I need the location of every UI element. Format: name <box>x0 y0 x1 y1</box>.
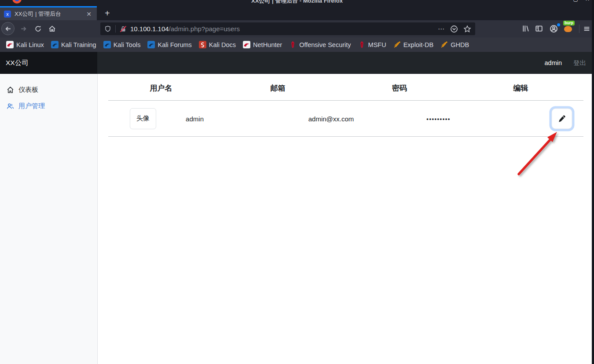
home-icon <box>48 25 56 33</box>
app-body: 仪表板 用户管理 用户名 邮箱 密码 编辑 头像 admin <box>0 74 594 364</box>
column-header-username: 用户名 <box>150 83 172 93</box>
app-brand[interactable]: XX公司 <box>0 52 97 74</box>
column-header-email: 邮箱 <box>271 83 286 93</box>
bookmark-label: Kali Linux <box>16 41 44 48</box>
sidebar-toggle-icon <box>535 25 543 33</box>
bookmark-label: MSFU <box>368 41 386 48</box>
bookmarks-bar: Kali Linux Kali Training Kali Tools Kali… <box>0 37 594 52</box>
offsec-icon <box>289 41 297 48</box>
page-actions-icon[interactable]: ⋯ <box>438 25 445 33</box>
users-table: 用户名 邮箱 密码 编辑 头像 admin admin@xx.com •••••… <box>108 76 583 137</box>
url-path: /admin.php?page=users <box>169 25 240 33</box>
library-icon <box>522 25 530 33</box>
avatar-button[interactable]: 头像 <box>130 108 156 129</box>
pocket-icon[interactable] <box>450 25 458 33</box>
annotation-arrow <box>513 128 562 179</box>
sidebar-item-users[interactable]: 用户管理 <box>0 98 97 114</box>
forward-arrow-icon <box>20 25 27 33</box>
offsec-icon <box>358 41 366 48</box>
back-arrow-icon <box>4 25 12 33</box>
foxyproxy-burp-badge: burp <box>563 21 575 25</box>
tab-title: XX公司 | 管理后台 <box>15 10 81 18</box>
tab-bar: x XX公司 | 管理后台 ✕ + <box>0 6 594 20</box>
window-maximize-button[interactable]: ▢ <box>573 0 578 2</box>
foxyproxy-button[interactable]: burp <box>562 22 576 35</box>
kali-dragon-icon <box>6 41 14 48</box>
sidebar: 仪表板 用户管理 <box>0 74 98 364</box>
reload-icon <box>34 25 42 33</box>
bookmark-kali-docs[interactable]: Kali Docs <box>195 40 239 50</box>
bookmark-star-icon[interactable] <box>463 25 471 33</box>
table-header-row: 用户名 邮箱 密码 编辑 <box>108 76 583 101</box>
exploit-db-icon <box>440 41 448 48</box>
bookmark-label: Exploit-DB <box>403 41 434 48</box>
window-minimize-button[interactable]: — <box>561 0 566 2</box>
bookmark-ghdb[interactable]: GHDB <box>437 40 473 50</box>
insecure-lock-icon[interactable] <box>120 25 127 33</box>
cell-username: admin <box>186 115 204 122</box>
hamburger-menu-icon <box>583 25 590 33</box>
bookmark-label: GHDB <box>451 41 469 48</box>
column-header-edit: 编辑 <box>513 83 528 93</box>
tab-close-icon[interactable]: ✕ <box>85 11 93 18</box>
tab-favicon-icon: x <box>4 11 11 18</box>
bookmark-label: Kali Training <box>61 41 96 48</box>
edit-button[interactable] <box>552 108 572 129</box>
navigation-toolbar: 10.100.1.104 /admin.php?page=users ⋯ bur… <box>0 20 594 37</box>
window-close-button[interactable]: ✕ <box>585 0 590 2</box>
back-button[interactable] <box>1 22 15 35</box>
main-content: 用户名 邮箱 密码 编辑 头像 admin admin@xx.com •••••… <box>98 74 594 364</box>
column-header-password: 密码 <box>392 83 407 93</box>
library-button[interactable] <box>519 22 532 35</box>
toolbar-separator <box>579 25 579 33</box>
table-row: 头像 admin admin@xx.com ••••••••• <box>108 101 583 137</box>
bookmark-offensive-security[interactable]: Offensive Security <box>286 40 354 50</box>
logout-link[interactable]: 登出 <box>573 59 586 67</box>
url-bar[interactable]: 10.100.1.104 /admin.php?page=users ⋯ <box>100 22 475 35</box>
browser-tab-admin[interactable]: x XX公司 | 管理后台 ✕ <box>0 6 97 20</box>
kali-dragon-icon <box>147 41 155 48</box>
users-icon <box>7 102 14 110</box>
app-navbar: XX公司 admin 登出 <box>0 52 594 74</box>
kali-dragon-icon <box>51 41 59 48</box>
account-icon <box>550 25 558 33</box>
logged-in-user: admin <box>545 59 562 66</box>
new-tab-button[interactable]: + <box>101 8 114 18</box>
sidebar-toggle-button[interactable] <box>532 22 546 35</box>
account-button[interactable] <box>546 22 561 35</box>
home-icon <box>7 86 14 94</box>
bookmark-kali-linux[interactable]: Kali Linux <box>3 40 48 50</box>
exploit-db-icon <box>393 41 401 48</box>
bookmark-kali-training[interactable]: Kali Training <box>48 40 100 50</box>
bookmark-kali-tools[interactable]: Kali Tools <box>100 40 144 50</box>
bookmark-label: Kali Tools <box>114 41 141 48</box>
sidebar-item-dashboard[interactable]: 仪表板 <box>0 82 97 98</box>
pencil-icon <box>558 115 566 122</box>
sidebar-item-label: 仪表板 <box>18 86 38 94</box>
bookmark-label: Offensive Security <box>299 41 351 48</box>
bookmark-msfu[interactable]: MSFU <box>355 40 390 50</box>
window-titlebar: XX公司 | 管理后台 - Mozilla Firefox — ▢ ✕ <box>0 0 594 6</box>
bookmark-nethunter[interactable]: NetHunter <box>239 40 286 50</box>
screen: XX公司 | 管理后台 - Mozilla Firefox — ▢ ✕ x XX… <box>0 0 594 364</box>
kali-dragon-icon <box>103 41 111 48</box>
cell-password-masked: ••••••••• <box>426 115 450 122</box>
bookmark-exploit-db[interactable]: Exploit-DB <box>390 40 437 50</box>
bookmark-kali-forums[interactable]: Kali Forums <box>144 40 195 50</box>
url-host: 10.100.1.104 <box>130 25 169 33</box>
forward-button[interactable] <box>17 22 30 35</box>
window-right-edge <box>592 0 594 364</box>
bookmark-label: Kali Docs <box>209 41 236 48</box>
window-title: XX公司 | 管理后台 - Mozilla Firefox <box>0 0 594 5</box>
tracking-shield-icon[interactable] <box>104 25 111 33</box>
menu-button[interactable] <box>580 22 593 35</box>
bookmark-label: Kali Forums <box>158 41 191 48</box>
account-notification-dot <box>557 23 560 26</box>
sidebar-item-label: 用户管理 <box>18 102 45 110</box>
cell-email: admin@xx.com <box>308 115 354 122</box>
home-button[interactable] <box>45 22 59 35</box>
reload-button[interactable] <box>31 22 44 35</box>
bookmark-label: NetHunter <box>253 41 282 48</box>
urlbar-separator <box>115 25 116 33</box>
kali-docs-icon <box>199 41 206 48</box>
